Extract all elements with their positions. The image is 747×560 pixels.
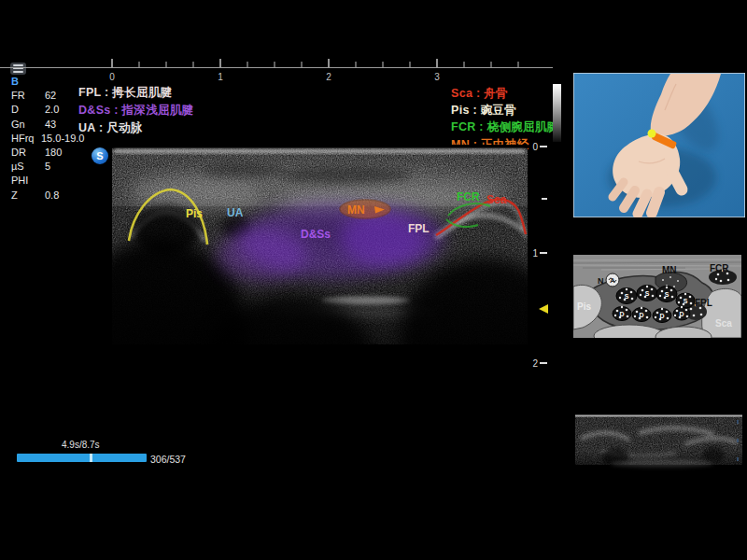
label-dss: D&Ss bbox=[301, 228, 331, 241]
diagram-label-mn: MN bbox=[662, 265, 677, 275]
reference-ultrasound-thumbnail[interactable] bbox=[573, 411, 744, 479]
tendon-letter: S bbox=[625, 293, 629, 300]
diagram-label-a: A bbox=[610, 276, 615, 285]
param-row: HFrq15.0-19.0 bbox=[11, 132, 84, 146]
param-row: FR62 bbox=[11, 89, 84, 103]
ultrasound-screen: B FR62 D2.0 Gn43 HFrq15.0-19.0 DR180 µS5… bbox=[0, 0, 747, 560]
param-row: D2.0 bbox=[11, 103, 84, 117]
cine-frame-counter: 306/537 bbox=[150, 454, 186, 465]
label-fcr: FCR bbox=[457, 190, 480, 203]
diagram-label-fcr: FCR bbox=[710, 263, 729, 273]
ruler-mark: 1 bbox=[218, 72, 223, 82]
focus-marker-icon[interactable] bbox=[539, 304, 548, 314]
legend-item: Pis : 豌豆骨 bbox=[451, 102, 558, 119]
legend-left: FPL : 拇长屈肌腱 D&Ss : 指深浅屈肌腱 UA : 尺动脉 bbox=[78, 84, 193, 138]
tendon-letter: D bbox=[659, 313, 664, 319]
tendon-letter: D bbox=[619, 311, 624, 317]
param-row: DR180 bbox=[11, 146, 84, 160]
tendon-letter: D bbox=[679, 311, 684, 317]
diagram-label-pis: Pis bbox=[577, 301, 591, 312]
tendon-letter: S bbox=[684, 298, 688, 304]
label-fpl: FPL bbox=[408, 222, 430, 235]
legend-item: FCR : 桡侧腕屈肌腱 bbox=[451, 119, 558, 135]
cine-progress-bar[interactable] bbox=[17, 454, 147, 462]
ruler-mark: 3 bbox=[434, 72, 440, 82]
cine-cursor[interactable] bbox=[90, 454, 92, 462]
depth-tick bbox=[540, 193, 547, 204]
anatomy-diagram[interactable]: S S S S D D D D N A MN FCR FPL Pis Sca bbox=[573, 255, 741, 338]
legend-item: D&Ss : 指深浅屈肌腱 bbox=[78, 102, 193, 119]
depth-mark: 0 bbox=[529, 141, 547, 152]
tendon-letter: D bbox=[639, 312, 643, 318]
diagram-label-fpl: FPL bbox=[695, 298, 712, 308]
depth-mark: 1 bbox=[529, 247, 547, 259]
probe-orientation-dot bbox=[648, 130, 656, 138]
brand-logo: S bbox=[92, 147, 108, 164]
diagram-label-n: N bbox=[598, 276, 604, 286]
main-ultrasound-image: Pis UA D&Ss MN FPL FCR Sca bbox=[112, 145, 528, 392]
label-ua: UA bbox=[227, 206, 244, 219]
label-sca: Sca bbox=[486, 193, 507, 206]
depth-mark: 2 bbox=[529, 357, 547, 369]
legend-item: UA : 尺动脉 bbox=[78, 119, 193, 137]
parameter-panel: B FR62 D2.0 Gn43 HFrq15.0-19.0 DR180 µS5… bbox=[11, 75, 84, 203]
param-row: Z0.8 bbox=[11, 189, 84, 203]
tendon-letter: S bbox=[645, 290, 650, 297]
grayscale-bar bbox=[553, 84, 561, 142]
param-row: µS5 bbox=[11, 160, 84, 174]
legend-item: FPL : 拇长屈肌腱 bbox=[78, 84, 193, 102]
tendon-letter: S bbox=[665, 291, 669, 298]
param-row: Gn43 bbox=[11, 118, 84, 132]
label-pis: Pis bbox=[186, 207, 203, 220]
legend-item: Sca : 舟骨 bbox=[451, 85, 558, 102]
param-row: PHI bbox=[11, 174, 84, 188]
probe-position-photo[interactable] bbox=[573, 73, 745, 217]
label-mn: MN bbox=[347, 203, 365, 217]
ruler-mark: 0 bbox=[109, 72, 115, 82]
diagram-label-sca: Sca bbox=[715, 318, 732, 329]
horizontal-ruler: 0 1 2 3 bbox=[0, 51, 560, 83]
cine-time: 4.9s/8.7s bbox=[62, 440, 100, 450]
ruler-mark: 2 bbox=[326, 72, 331, 82]
